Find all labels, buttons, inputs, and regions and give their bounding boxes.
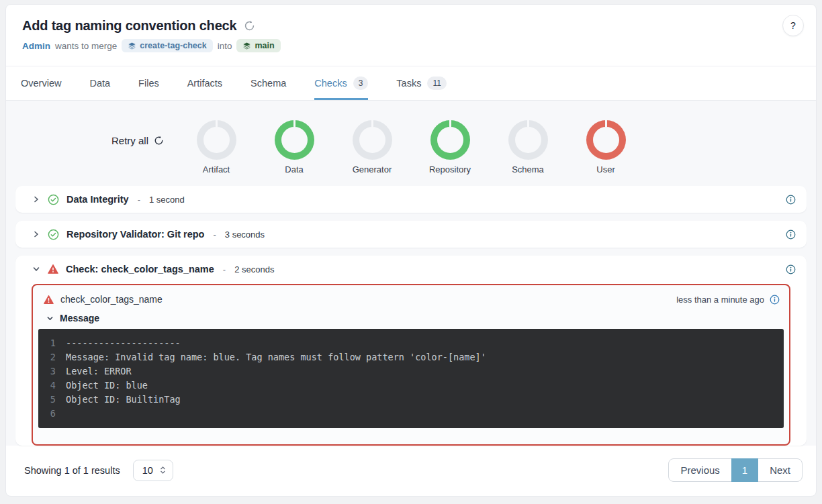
- source-branch-label: create-tag-check: [140, 41, 206, 50]
- check-duration: 1 second: [149, 195, 185, 205]
- tab-schema[interactable]: Schema: [250, 66, 286, 100]
- separator: -: [138, 195, 140, 205]
- line-text: Level: ERROR: [66, 364, 132, 379]
- line-number: 1: [38, 336, 56, 350]
- separator: -: [223, 264, 226, 274]
- line-text: Object ID: blue: [66, 379, 148, 393]
- check-title: Check: check_color_tags_name: [66, 264, 214, 274]
- branch-layers-icon: [128, 42, 136, 50]
- message-section-label: Message: [60, 313, 99, 323]
- merge-request-card: Add tag naming convention check Admin wa…: [5, 4, 817, 497]
- donut-user[interactable]: User: [567, 101, 645, 174]
- log-line: 1 ---------------------: [38, 336, 784, 350]
- donut-label: Data: [285, 164, 303, 174]
- line-text: ---------------------: [66, 336, 181, 350]
- check-timestamp: less than a minute ago: [676, 295, 764, 305]
- log-line: 3 Level: ERROR: [38, 364, 784, 379]
- retry-icon: [154, 136, 164, 146]
- donut-data[interactable]: Data: [255, 101, 333, 174]
- line-number: 3: [38, 364, 56, 379]
- check-title: Data Integrity: [66, 194, 129, 205]
- donut-repository[interactable]: Repository: [411, 101, 489, 174]
- page-size-value: 10: [142, 465, 153, 476]
- tab-checks[interactable]: Checks 3: [314, 66, 368, 100]
- check-row-color-tags: Check: check_color_tags_name - 2 seconds…: [15, 256, 807, 446]
- check-success-icon: [48, 229, 59, 240]
- next-page-button[interactable]: Next: [758, 458, 803, 482]
- check-row-header[interactable]: Repository Validator: Git repo - 3 secon…: [15, 221, 807, 248]
- line-number: 4: [38, 379, 56, 393]
- results-footer: Showing 1 of 1 results 10 Previous 1 Nex…: [6, 451, 816, 491]
- target-branch-label: main: [255, 41, 274, 50]
- checks-summary-band: Retry all Artifact Data Generator Reposi…: [6, 101, 816, 185]
- check-detail-name: check_color_tags_name: [60, 294, 163, 305]
- user-donut-chart: [586, 120, 626, 160]
- artifact-donut-chart: [197, 120, 236, 160]
- tab-checks-label: Checks: [314, 78, 347, 89]
- check-row-header[interactable]: Data Integrity - 1 second: [15, 186, 807, 213]
- tab-tasks-label: Tasks: [396, 78, 421, 89]
- check-duration: 3 seconds: [225, 230, 265, 240]
- log-line: 2 Message: Invalid tag name: blue. Tag n…: [38, 350, 784, 364]
- tab-artifacts[interactable]: Artifacts: [187, 66, 222, 100]
- line-number: 5: [38, 393, 56, 407]
- check-error-panel: check_color_tags_name less than a minute…: [32, 284, 790, 446]
- tab-bar: Overview Data Files Artifacts Schema Che…: [6, 66, 816, 101]
- help-button[interactable]: ?: [782, 15, 804, 36]
- check-error-icon: [44, 295, 54, 305]
- tab-overview[interactable]: Overview: [21, 66, 61, 100]
- donut-artifact[interactable]: Artifact: [177, 101, 255, 174]
- checks-count-badge: 3: [353, 77, 369, 90]
- line-number: 2: [38, 350, 56, 364]
- checks-list: Data Integrity - 1 second Repository Val…: [6, 185, 816, 446]
- log-console: 1 --------------------- 2 Message: Inval…: [38, 329, 784, 428]
- message-section-toggle[interactable]: Message: [33, 308, 789, 327]
- line-text: Message: Invalid tag name: blue. Tag nam…: [66, 350, 486, 364]
- source-branch-badge[interactable]: create-tag-check: [122, 39, 212, 52]
- page-title: Add tag naming convention check: [22, 18, 236, 34]
- chevron-down-icon: [32, 265, 40, 273]
- retry-all-label: Retry all: [111, 135, 148, 146]
- tasks-count-badge: 11: [427, 77, 446, 90]
- current-page-button[interactable]: 1: [731, 458, 758, 482]
- previous-page-button[interactable]: Previous: [668, 458, 731, 482]
- info-icon[interactable]: [770, 295, 780, 305]
- check-success-icon: [48, 194, 59, 205]
- info-icon[interactable]: [786, 230, 796, 240]
- check-row-repository-validator: Repository Validator: Git repo - 3 secon…: [15, 221, 807, 248]
- info-icon[interactable]: [786, 264, 796, 274]
- log-line: 4 Object ID: blue: [38, 379, 784, 393]
- check-duration: 2 seconds: [234, 264, 274, 274]
- donut-label: User: [596, 164, 614, 174]
- tab-data[interactable]: Data: [89, 66, 110, 100]
- refresh-icon[interactable]: [244, 20, 255, 32]
- donut-label: Generator: [353, 164, 392, 174]
- into-text: into: [218, 41, 232, 51]
- check-row-data-integrity: Data Integrity - 1 second: [15, 186, 807, 213]
- line-number: 6: [38, 407, 56, 421]
- check-title: Repository Validator: Git repo: [66, 229, 204, 240]
- branch-layers-icon: [242, 42, 251, 50]
- author-link[interactable]: Admin: [22, 41, 50, 51]
- tab-tasks[interactable]: Tasks 11: [396, 66, 447, 100]
- check-row-header[interactable]: Check: check_color_tags_name - 2 seconds: [15, 256, 807, 283]
- chevron-right-icon: [32, 230, 40, 238]
- pagination: Previous 1 Next: [668, 458, 803, 482]
- target-branch-badge[interactable]: main: [236, 39, 280, 52]
- donut-generator[interactable]: Generator: [333, 101, 411, 174]
- chevron-down-icon: [46, 315, 54, 322]
- donut-schema[interactable]: Schema: [489, 101, 567, 174]
- page-size-select[interactable]: 10: [133, 460, 173, 481]
- retry-all-button[interactable]: Retry all: [111, 135, 177, 146]
- donut-label: Artifact: [203, 164, 230, 174]
- info-icon[interactable]: [786, 195, 796, 205]
- updown-chevrons-icon: [160, 465, 166, 475]
- log-line: 6: [38, 407, 784, 421]
- results-count: Showing 1 of 1 results: [24, 465, 120, 476]
- data-donut-chart: [275, 120, 314, 160]
- repository-donut-chart: [430, 120, 470, 160]
- donut-label: Schema: [512, 164, 544, 174]
- header: Add tag naming convention check Admin wa…: [6, 5, 816, 66]
- schema-donut-chart: [508, 120, 548, 160]
- tab-files[interactable]: Files: [138, 66, 159, 100]
